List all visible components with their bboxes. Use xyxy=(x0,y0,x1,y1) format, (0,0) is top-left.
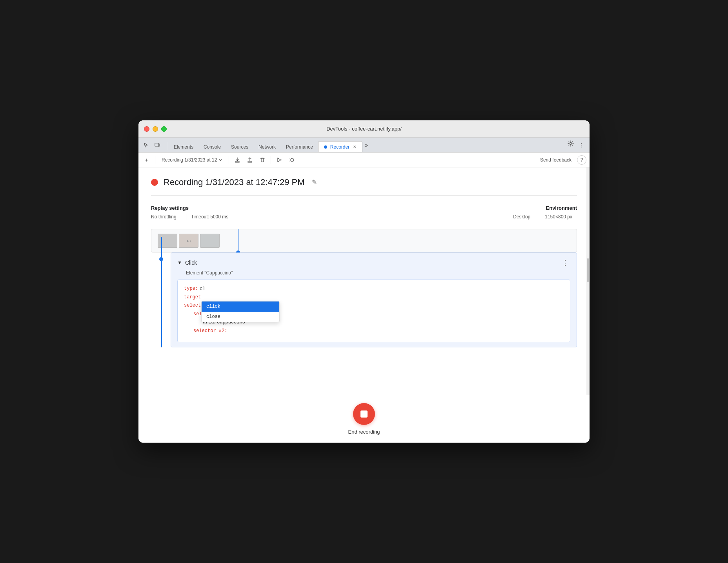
tab-network[interactable]: Network xyxy=(253,141,281,152)
stop-icon xyxy=(360,410,368,418)
main-content: Recording 1/31/2023 at 12:47:29 PM ✎ Rep… xyxy=(138,167,590,395)
step-title-row: ▼ Click xyxy=(177,260,197,266)
close-button[interactable] xyxy=(144,126,149,132)
timeout-value: Timeout: 5000 ms xyxy=(191,214,233,220)
tab-console[interactable]: Console xyxy=(198,141,226,152)
settings-row: Replay settings No throttling Timeout: 5… xyxy=(151,205,577,220)
timeline-area: ▶ ) xyxy=(151,229,577,252)
recording-indicator xyxy=(151,179,158,186)
tab-divider-1 xyxy=(167,142,167,150)
code-line-target: target xyxy=(184,293,564,302)
scrollbar-thumb[interactable] xyxy=(587,258,589,282)
step-wrapper: ▼ Click ⋮ Element "Cappuccino" type: tar… xyxy=(167,252,577,347)
scrollbar-track[interactable] xyxy=(586,167,590,395)
traffic-lights xyxy=(144,126,167,132)
tab-performance[interactable]: Performance xyxy=(281,141,318,152)
toolbar-divider-3 xyxy=(271,156,271,164)
maximize-button[interactable] xyxy=(161,126,167,132)
add-recording-button[interactable]: + xyxy=(142,155,152,165)
settings-icon[interactable] xyxy=(565,139,576,150)
step-replay-button[interactable] xyxy=(287,155,297,165)
tab-elements[interactable]: Elements xyxy=(169,141,198,152)
screenshot-2: ▶ ) xyxy=(179,234,198,248)
tab-recorder[interactable]: Recorder ✕ xyxy=(318,141,362,152)
no-throttling-value: No throttling xyxy=(151,214,181,220)
type-value-input[interactable] xyxy=(200,286,209,292)
step-vertical-line xyxy=(161,237,162,347)
cursor-icon[interactable] xyxy=(142,140,151,150)
settings-separator xyxy=(186,214,186,220)
replay-settings-group: Replay settings No throttling Timeout: 5… xyxy=(151,205,233,220)
step-container: ▼ Click ⋮ Element "Cappuccino" type: tar… xyxy=(171,252,577,347)
recording-header: Recording 1/31/2023 at 12:47:29 PM ✎ xyxy=(151,177,577,196)
replay-settings-label: Replay settings xyxy=(151,205,233,211)
svg-point-4 xyxy=(291,158,294,162)
autocomplete-item-close[interactable]: close xyxy=(202,312,279,322)
devtools-tab-bar: Elements Console Sources Network Perform… xyxy=(138,138,590,153)
environment-label: Environment xyxy=(513,205,577,211)
delete-button[interactable] xyxy=(257,155,268,165)
tab-icon-group xyxy=(142,140,162,150)
action-toolbar: + Recording 1/31/2023 at 12 Send feedbac… xyxy=(138,153,590,167)
tab-sources[interactable]: Sources xyxy=(226,141,253,152)
step-indicator-dot xyxy=(159,257,163,261)
step-name: Click xyxy=(185,260,197,266)
select-key: select xyxy=(184,301,201,310)
code-editor[interactable]: type: target select selector #1: aria/ xyxy=(177,280,570,342)
stop-recording-button[interactable] xyxy=(353,403,375,425)
step-header: ▼ Click ⋮ xyxy=(177,258,570,268)
env-separator xyxy=(540,214,540,220)
autocomplete-dropdown: click close xyxy=(201,301,280,322)
recorder-icon xyxy=(323,145,328,149)
recording-selector[interactable]: Recording 1/31/2023 at 12 xyxy=(158,156,226,164)
end-recording-label: End recording xyxy=(348,429,380,435)
svg-point-3 xyxy=(570,143,572,145)
timeline-marker xyxy=(238,229,238,252)
replay-settings-values: No throttling Timeout: 5000 ms xyxy=(151,214,233,220)
devtools-window: DevTools - coffee-cart.netlify.app/ Elem… xyxy=(138,120,590,443)
svg-point-2 xyxy=(324,145,327,149)
step-options-icon[interactable]: ⋮ xyxy=(560,258,570,268)
environment-values: Desktop 1150×800 px xyxy=(513,214,577,220)
replay-button[interactable] xyxy=(274,155,284,165)
selector-2-key: selector #2: xyxy=(193,327,227,336)
toolbar-divider-1 xyxy=(155,156,155,164)
send-feedback-button[interactable]: Send feedback xyxy=(537,156,575,164)
viewport-value: 1150×800 px xyxy=(545,214,577,220)
edit-title-icon[interactable]: ✎ xyxy=(310,177,318,187)
export-button[interactable] xyxy=(232,155,242,165)
minimize-button[interactable] xyxy=(153,126,158,132)
target-key: target xyxy=(184,293,201,302)
help-button[interactable]: ? xyxy=(577,155,586,165)
step-collapse-arrow[interactable]: ▼ xyxy=(177,260,182,265)
window-title: DevTools - coffee-cart.netlify.app/ xyxy=(326,126,402,132)
code-line-selector2: selector #2: xyxy=(184,327,564,336)
type-key: type: xyxy=(184,285,198,293)
bottom-bar: End recording xyxy=(138,395,590,443)
autocomplete-item-click[interactable]: click xyxy=(202,301,279,312)
recording-title: Recording 1/31/2023 at 12:47:29 PM xyxy=(164,177,305,187)
tab-close-recorder[interactable]: ✕ xyxy=(352,144,357,150)
code-line-type: type: xyxy=(184,285,564,293)
screenshot-1 xyxy=(158,234,177,248)
import-button[interactable] xyxy=(245,155,255,165)
chevron-down-icon xyxy=(218,158,222,162)
more-options-icon[interactable]: ⋮ xyxy=(576,140,586,150)
step-element-detail: Element "Cappuccino" xyxy=(186,270,570,276)
more-tabs-button[interactable]: » xyxy=(362,140,370,150)
toolbar-divider-2 xyxy=(229,156,229,164)
environment-group: Environment Desktop 1150×800 px xyxy=(513,205,577,220)
device-icon[interactable] xyxy=(153,140,162,150)
titlebar: DevTools - coffee-cart.netlify.app/ xyxy=(138,120,590,138)
screenshot-3 xyxy=(200,234,220,248)
desktop-value: Desktop xyxy=(513,214,535,220)
